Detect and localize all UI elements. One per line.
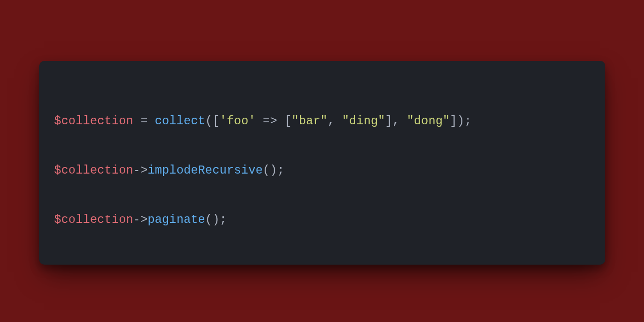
token-semicolon: ;: [464, 114, 471, 128]
token-arrow: ->: [133, 164, 148, 177]
token-function: collect: [155, 114, 205, 128]
code-block: $collection = collect(['foo' => ["bar", …: [54, 109, 590, 232]
token-comma: ,: [392, 114, 399, 128]
token-paren-open: (: [205, 114, 212, 128]
token-semicolon: ;: [277, 164, 284, 177]
token-fat-arrow: =>: [263, 114, 277, 128]
token-bracket-close: ]: [450, 114, 457, 128]
token-paren-open: (: [205, 213, 212, 226]
token-variable: $collection: [54, 164, 133, 177]
code-line-3: $collection->paginate();: [54, 213, 227, 226]
token-function: implodeRecursive: [147, 164, 263, 177]
token-bracket-open: [: [212, 114, 219, 128]
code-card: $collection = collect(['foo' => ["bar", …: [39, 61, 605, 265]
token-paren-close: ): [270, 164, 277, 177]
token-variable: $collection: [54, 213, 133, 226]
token-bracket-close: ]: [385, 114, 392, 128]
token-function: paginate: [147, 213, 205, 226]
token-semicolon: ;: [219, 213, 226, 226]
token-string: "dong": [407, 114, 450, 128]
token-comma: ,: [328, 114, 335, 128]
token-bracket-open: [: [284, 114, 291, 128]
token-string: 'foo': [220, 114, 256, 128]
token-operator-equals: =: [140, 114, 147, 128]
token-string: "ding": [342, 114, 385, 128]
token-arrow: ->: [133, 213, 148, 226]
code-line-1: $collection = collect(['foo' => ["bar", …: [54, 114, 472, 128]
token-paren-close: ): [457, 114, 464, 128]
token-paren-open: (: [263, 164, 270, 177]
code-line-2: $collection->implodeRecursive();: [54, 164, 285, 177]
token-paren-close: ): [212, 213, 219, 226]
token-variable: $collection: [54, 114, 133, 128]
token-string: "bar": [292, 114, 328, 128]
